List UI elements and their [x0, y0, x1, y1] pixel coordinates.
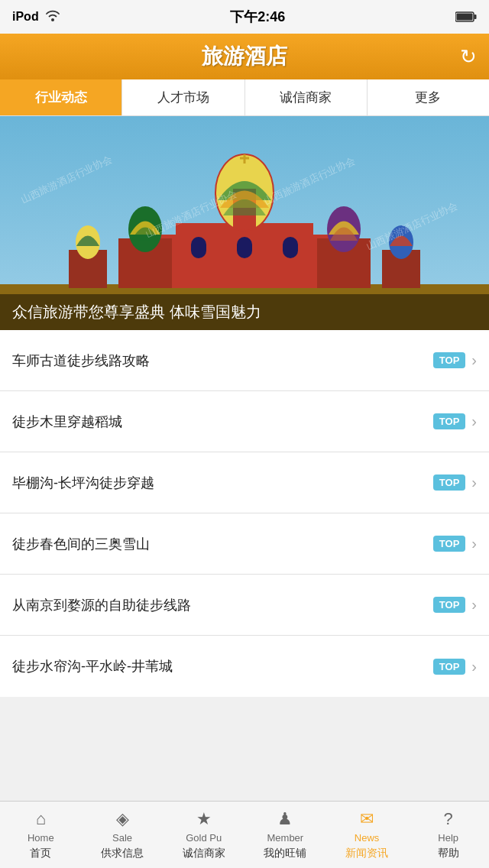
- svg-rect-20: [283, 237, 298, 258]
- status-right: [455, 11, 477, 23]
- wifi-icon: [45, 9, 60, 24]
- news-icon: ✉: [360, 809, 374, 829]
- tab-more[interactable]: 更多: [368, 79, 489, 115]
- nav-sale-label-en: Sale: [112, 832, 132, 844]
- tabs-bar: 行业动态 人才市场 诚信商家 更多: [0, 79, 489, 116]
- top-badge-6: TOP: [433, 659, 466, 675]
- goldpu-icon: ★: [196, 809, 212, 829]
- nav-help[interactable]: ? Help 帮助: [407, 802, 489, 868]
- refresh-button[interactable]: ↻: [460, 45, 477, 69]
- nav-member-label-en: Member: [267, 832, 304, 844]
- tab-industry[interactable]: 行业动态: [0, 79, 122, 115]
- news-item-text-2: 徒步木里穿越稻城: [12, 413, 433, 431]
- header-title: 旅游酒店: [202, 42, 287, 71]
- sale-icon: ◈: [116, 809, 129, 829]
- banner-caption: 众信旅游带您尊享盛典 体味雪国魅力: [0, 294, 489, 330]
- status-left: iPod: [12, 9, 60, 24]
- news-item-text-4: 徒步春色间的三奥雪山: [12, 535, 433, 553]
- news-item-4[interactable]: 徒步春色间的三奥雪山 TOP ›: [0, 513, 489, 575]
- status-time: 下午2:46: [230, 8, 285, 26]
- news-item-1[interactable]: 车师古道徒步线路攻略 TOP ›: [0, 330, 489, 391]
- nav-member-label-zh: 我的旺铺: [264, 847, 306, 860]
- svg-rect-2: [456, 14, 472, 21]
- news-list: 车师古道徒步线路攻略 TOP › 徒步木里穿越稻城 TOP › 毕棚沟-长坪沟徒…: [0, 330, 489, 697]
- device-label: iPod: [12, 10, 39, 24]
- nav-home-label-zh: 首页: [30, 847, 51, 860]
- chevron-icon-5: ›: [471, 596, 477, 614]
- news-item-text-6: 徒步水帘沟-平水岭-井苇城: [12, 657, 433, 675]
- nav-goldpu-label-zh: 诚信商家: [183, 847, 225, 860]
- svg-rect-18: [191, 237, 206, 258]
- news-item-text-5: 从南京到婺源的自助徒步线路: [12, 596, 433, 614]
- news-item-2[interactable]: 徒步木里穿越稻城 TOP ›: [0, 391, 489, 452]
- chevron-icon-3: ›: [471, 474, 477, 491]
- svg-rect-19: [237, 237, 252, 258]
- svg-rect-1: [474, 15, 476, 19]
- top-badge-4: TOP: [433, 536, 466, 552]
- top-badge-5: TOP: [433, 597, 466, 613]
- header: 旅游酒店 ↻: [0, 34, 489, 79]
- nav-goldpu-label-en: Gold Pu: [186, 832, 222, 844]
- top-badge-3: TOP: [433, 474, 466, 491]
- nav-member[interactable]: ♟ Member 我的旺铺: [244, 802, 326, 868]
- member-icon: ♟: [277, 809, 293, 829]
- top-badge-1: TOP: [433, 352, 466, 368]
- nav-help-label-en: Help: [438, 832, 458, 844]
- nav-help-label-zh: 帮助: [438, 847, 459, 860]
- home-icon: ⌂: [36, 809, 46, 829]
- nav-sale[interactable]: ◈ Sale 供求信息: [82, 802, 164, 868]
- help-icon: ?: [444, 809, 453, 829]
- news-item-5[interactable]: 从南京到婺源的自助徒步线路 TOP ›: [0, 575, 489, 636]
- nav-home[interactable]: ⌂ Home 首页: [0, 802, 82, 868]
- banner: 山西旅游酒店行业协会 山西旅游酒店行业协会 山西旅游酒店行业协会 山西旅游酒店行…: [0, 116, 489, 330]
- news-item-3[interactable]: 毕棚沟-长坪沟徒步穿越 TOP ›: [0, 452, 489, 513]
- tab-merchant[interactable]: 诚信商家: [245, 79, 368, 115]
- chevron-icon-1: ›: [471, 351, 477, 369]
- nav-news-label-zh: 新闻资讯: [345, 847, 388, 860]
- news-item-text-1: 车师古道徒步线路攻略: [12, 351, 433, 370]
- nav-goldpu[interactable]: ★ Gold Pu 诚信商家: [163, 802, 244, 868]
- news-item-text-3: 毕棚沟-长坪沟徒步穿越: [12, 474, 433, 492]
- chevron-icon-2: ›: [471, 413, 477, 430]
- nav-sale-label-zh: 供求信息: [101, 847, 144, 860]
- news-item-6[interactable]: 徒步水帘沟-平水岭-井苇城 TOP ›: [0, 636, 489, 697]
- chevron-icon-6: ›: [471, 658, 477, 675]
- battery-icon: [455, 11, 477, 23]
- bottom-nav: ⌂ Home 首页 ◈ Sale 供求信息 ★ Gold Pu 诚信商家 ♟ M…: [0, 801, 489, 868]
- nav-news[interactable]: ✉ News 新闻资讯: [326, 802, 408, 868]
- chevron-icon-4: ›: [471, 535, 477, 552]
- tab-talent[interactable]: 人才市场: [122, 79, 244, 115]
- top-badge-2: TOP: [433, 413, 466, 429]
- nav-news-label-en: News: [355, 832, 380, 844]
- status-bar: iPod 下午2:46: [0, 0, 489, 34]
- nav-home-label-en: Home: [28, 832, 54, 844]
